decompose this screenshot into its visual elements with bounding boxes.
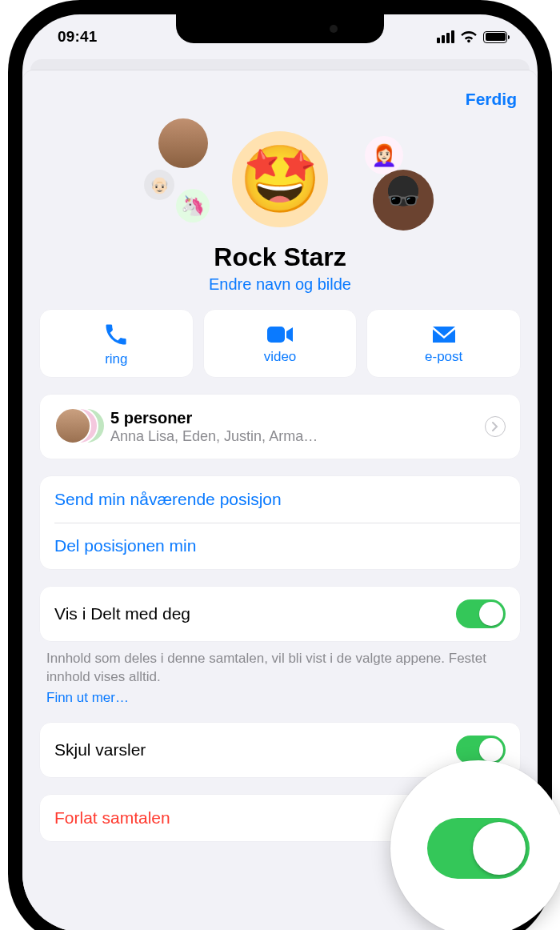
- phone-icon: [104, 323, 128, 347]
- cellular-signal-icon: [437, 30, 454, 43]
- share-location-row[interactable]: Del posisjonen min: [40, 523, 520, 569]
- learn-more-link[interactable]: Finn ut mer…: [46, 688, 514, 707]
- member-avatar-3: 👴🏻: [144, 170, 174, 200]
- group-avatar-cluster[interactable]: 👴🏻 🦄 👩🏻‍🦰 🕶️ 🤩: [22, 117, 538, 241]
- send-current-location-row[interactable]: Send min nåværende posisjon: [40, 476, 520, 523]
- shared-with-you-section: Vis i Delt med deg: [40, 587, 520, 641]
- magnified-toggle-icon: [427, 818, 530, 879]
- chevron-right-icon: [485, 416, 506, 437]
- status-time: 09:41: [58, 28, 98, 46]
- members-names: Anna Lisa, Eden, Justin, Arma…: [110, 428, 318, 445]
- members-row[interactable]: 5 personer Anna Lisa, Eden, Justin, Arma…: [40, 395, 520, 459]
- member-avatar-5: 🕶️: [373, 170, 434, 230]
- video-label: video: [264, 349, 297, 365]
- shared-with-you-toggle[interactable]: [456, 599, 506, 628]
- members-avatars: [54, 407, 102, 446]
- members-section: 5 personer Anna Lisa, Eden, Justin, Arma…: [40, 395, 520, 459]
- mail-button[interactable]: e-post: [367, 310, 520, 377]
- member-avatar-4: 👩🏻‍🦰: [365, 136, 403, 174]
- battery-icon: [483, 31, 507, 43]
- wifi-icon: [460, 30, 478, 43]
- svg-rect-0: [267, 327, 285, 343]
- shared-with-you-note: Innhold som deles i denne samtalen, vil …: [22, 649, 538, 712]
- mail-icon: [431, 325, 457, 344]
- shared-with-you-row: Vis i Delt med deg: [40, 587, 520, 641]
- call-label: ring: [105, 351, 127, 367]
- group-avatar-main: 🤩: [232, 131, 328, 227]
- status-indicators: [437, 30, 507, 43]
- mail-label: e-post: [425, 349, 462, 365]
- video-button[interactable]: video: [204, 310, 357, 377]
- done-button[interactable]: Ferdig: [466, 90, 517, 109]
- contact-actions: ring video e-post: [22, 310, 538, 377]
- notch: [176, 14, 384, 43]
- background-card: [30, 59, 530, 70]
- member-avatar-2: 🦄: [176, 189, 210, 222]
- hide-alerts-label: Skjul varsler: [54, 740, 146, 760]
- change-name-photo-link[interactable]: Endre navn og bilde: [22, 275, 538, 294]
- member-avatar-1: [158, 118, 208, 168]
- group-name: Rock Starz: [22, 243, 538, 272]
- shared-with-you-label: Vis i Delt med deg: [54, 604, 190, 623]
- magnified-toggle-callout: [390, 760, 560, 930]
- call-button[interactable]: ring: [40, 310, 193, 377]
- video-icon: [266, 325, 294, 344]
- location-section: Send min nåværende posisjon Del posisjon…: [40, 476, 520, 569]
- members-count: 5 personer: [110, 409, 318, 427]
